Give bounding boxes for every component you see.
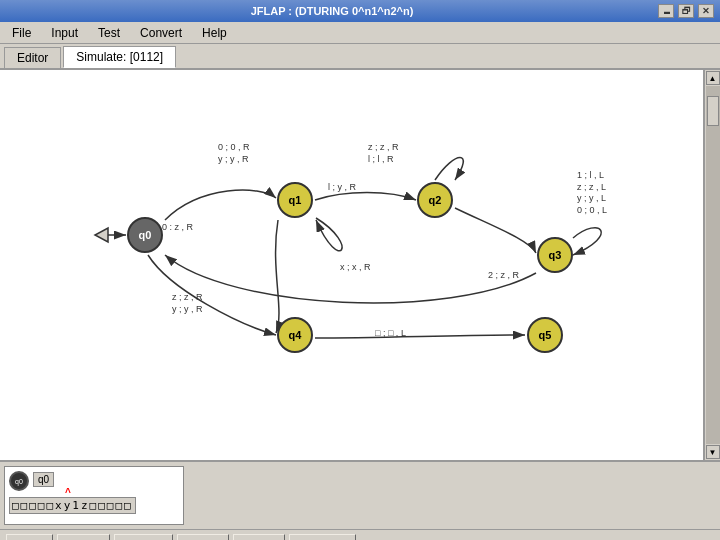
label-q0-q1: 0 ; 0 , Ry ; y , R <box>218 142 250 165</box>
sim-state-icon: q0 <box>9 471 29 491</box>
canvas-area: q0 q1 q2 q3 q4 q5 0 ; 0 , Ry ; y , R z ;… <box>0 70 704 460</box>
state-q0[interactable]: q0 <box>127 217 163 253</box>
state-q3-label: q3 <box>549 249 562 261</box>
tab-editor[interactable]: Editor <box>4 47 61 68</box>
state-q5[interactable]: q5 <box>527 317 563 353</box>
state-q4[interactable]: q4 <box>277 317 313 353</box>
label-q4-q5: □ ; □ , L <box>375 328 406 340</box>
label-q0-q4: z ; z , Ry ; y , R <box>172 292 203 315</box>
tab-bar: Editor Simulate: [0112] <box>0 44 720 70</box>
button-bar: Step Reset Freeze Thaw Trace Remove <box>0 529 720 540</box>
sim-state-badge: q0 <box>33 472 54 487</box>
step-button[interactable]: Step <box>6 534 53 540</box>
label-q1-q2: z ; z , Rl ; l , R <box>368 142 399 165</box>
maximize-button[interactable]: 🗗 <box>678 4 694 18</box>
close-button[interactable]: ✕ <box>698 4 714 18</box>
scroll-track[interactable] <box>706 86 720 444</box>
minimize-button[interactable]: 🗕 <box>658 4 674 18</box>
scroll-up-button[interactable]: ▲ <box>706 71 720 85</box>
sim-tape: □□□□□xy1z□□□□□ <box>9 497 136 514</box>
thaw-button[interactable]: Thaw <box>177 534 228 540</box>
label-0z-r: 0 : z , R <box>162 222 193 234</box>
state-q5-label: q5 <box>539 329 552 341</box>
svg-marker-2 <box>95 228 108 242</box>
state-q2[interactable]: q2 <box>417 182 453 218</box>
remove-button[interactable]: Remove <box>289 534 356 540</box>
title-bar: JFLAP : (DTURING 0^n1^n2^n) 🗕 🗗 ✕ <box>0 0 720 22</box>
menu-help[interactable]: Help <box>194 24 235 42</box>
state-q2-label: q2 <box>429 194 442 206</box>
label-q2-q3: 2 ; z , R <box>488 270 519 282</box>
label-q3-loop: 1 ; l , Lz ; z , Ly ; y , L0 ; 0 , L <box>577 170 607 217</box>
state-q1-label: q1 <box>289 194 302 206</box>
sim-panel: q0 q0 ^ □□□□□xy1z□□□□□ Step Reset Freeze… <box>0 460 720 540</box>
sim-content: q0 q0 ^ □□□□□xy1z□□□□□ <box>0 462 720 529</box>
tab-simulate[interactable]: Simulate: [0112] <box>63 46 176 68</box>
label-ly-r: l ; y , R <box>328 182 356 194</box>
menu-file[interactable]: File <box>4 24 39 42</box>
state-q1[interactable]: q1 <box>277 182 313 218</box>
menu-test[interactable]: Test <box>90 24 128 42</box>
label-xx-r: x ; x , R <box>340 262 371 274</box>
freeze-button[interactable]: Freeze <box>114 534 173 540</box>
reset-button[interactable]: Reset <box>57 534 110 540</box>
sim-state-icon-label: q0 <box>15 478 23 485</box>
sim-cursor-marker: ^ <box>65 487 71 498</box>
menu-bar: File Input Test Convert Help <box>0 22 720 44</box>
state-q0-label: q0 <box>139 229 152 241</box>
state-q3[interactable]: q3 <box>537 237 573 273</box>
window-title: JFLAP : (DTURING 0^n1^n2^n) <box>6 5 658 17</box>
state-q4-label: q4 <box>289 329 302 341</box>
sim-tape-container: ^ □□□□□xy1z□□□□□ <box>9 495 179 514</box>
trace-button[interactable]: Trace <box>233 534 285 540</box>
scroll-down-button[interactable]: ▼ <box>706 445 720 459</box>
scroll-thumb[interactable] <box>707 96 719 126</box>
sim-display: q0 q0 ^ □□□□□xy1z□□□□□ <box>4 466 184 525</box>
menu-input[interactable]: Input <box>43 24 86 42</box>
sim-empty-area <box>188 466 716 525</box>
menu-convert[interactable]: Convert <box>132 24 190 42</box>
main-area: q0 q1 q2 q3 q4 q5 0 ; 0 , Ry ; y , R z ;… <box>0 70 720 460</box>
window-controls[interactable]: 🗕 🗗 ✕ <box>658 4 714 18</box>
scrollbar[interactable]: ▲ ▼ <box>704 70 720 460</box>
